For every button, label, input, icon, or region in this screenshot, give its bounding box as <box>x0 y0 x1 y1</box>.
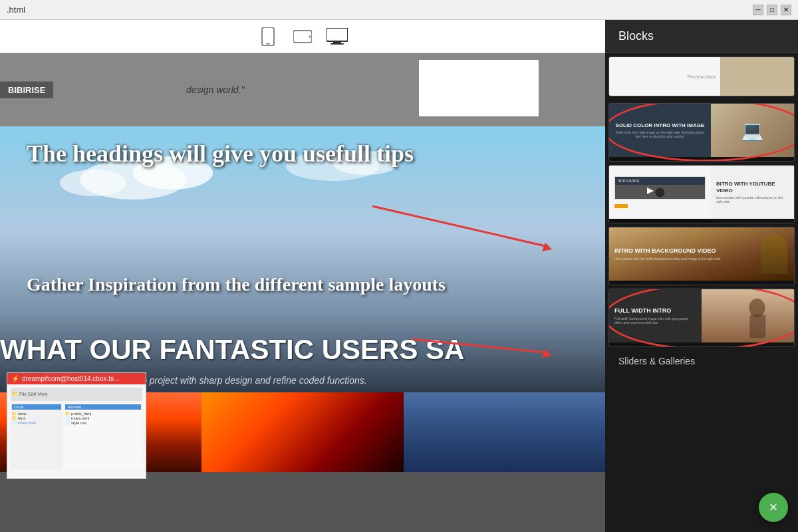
svg-rect-22 <box>749 315 765 338</box>
titlebar: .html ─ □ ✕ <box>0 0 798 20</box>
svg-rect-3 <box>309 35 311 38</box>
svg-rect-0 <box>262 27 274 46</box>
svg-rect-20 <box>702 289 794 342</box>
block-youtube-left: INTRO INTRO <box>609 166 711 219</box>
preview-top-section: BIBIRISE design world." <box>0 53 605 126</box>
design-world-quote: design world." <box>186 84 244 95</box>
block-solid-left: SOLID COLOR INTRO WITH IMAGE Solid color… <box>609 104 711 157</box>
block-solid-preview: SOLID COLOR INTRO WITH IMAGE Solid color… <box>609 104 794 157</box>
block-item-intro-bg-video[interactable]: INTRO WITH BACKGROUND VIDEO Intro sectio… <box>608 227 795 285</box>
gallery-item-3 <box>404 392 605 472</box>
window-controls[interactable]: ─ □ ✕ <box>753 5 791 15</box>
block-fullwidth-label-bar <box>609 342 794 346</box>
block-fullwidth-left: FULL WIDTH INTRO Full width background i… <box>609 302 702 330</box>
svg-point-21 <box>749 299 765 317</box>
heading-text-1: The headings will give you usefull tips <box>27 140 414 168</box>
block-youtube-content: INTRO INTRO <box>609 166 794 219</box>
sliders-galleries-label: Sliders & Galleries <box>608 350 795 369</box>
svg-rect-1 <box>266 43 270 45</box>
block-fullwidth-desc: Full width background image intro with t… <box>614 317 696 325</box>
chat-popup: ⚡ dreampifcom@host014.cbox.bi... 📁 File … <box>7 372 146 479</box>
svg-point-10 <box>60 170 126 196</box>
blocks-panel: Blocks Preview block SOLID COLOR INTRO W… <box>605 20 798 532</box>
block-solid-label-bar <box>609 157 794 161</box>
block-item-0-partial[interactable]: Preview block <box>608 57 795 96</box>
block-bgvideo-label-bar <box>609 281 794 285</box>
hero-section: The headings will give you usefull tips … <box>0 126 605 392</box>
block-bgvideo-content: INTRO WITH BACKGROUND VIDEO Intro sectio… <box>609 227 794 281</box>
laptop-icon: 💻 <box>741 120 764 142</box>
block-item-intro-youtube[interactable]: INTRO INTRO <box>608 165 795 223</box>
chat-popup-content: 📁 File Edit View Local 📁 www 📁 html 📄 in… <box>7 384 146 477</box>
block-solid-desc: Solid color intro with image on the righ… <box>614 130 706 138</box>
block-youtube-title: INTRO WITH YOUTUBE VIDEO <box>716 181 789 194</box>
content-area: BIBIRISE design world." <box>0 20 605 532</box>
block-youtube-mini-nav: INTRO INTRO <box>615 177 705 185</box>
block-fullwidth-content: FULL WIDTH INTRO Full width background i… <box>609 289 794 342</box>
block-youtube-right: INTRO WITH YOUTUBE VIDEO Intro section w… <box>711 166 794 219</box>
toolbar <box>0 20 605 53</box>
website-preview: BIBIRISE design world." <box>0 53 605 532</box>
what-users-text: WHAT OUR FANTASTIC USERS SA <box>0 334 464 366</box>
block-fullwidth-title: FULL WIDTH INTRO <box>614 307 696 315</box>
blocks-panel-title: Blocks <box>618 29 654 43</box>
title-filename: .html <box>7 5 25 15</box>
block-fullwidth-preview: FULL WIDTH INTRO Full width background i… <box>609 289 794 342</box>
block-solid-image: 💻 <box>711 104 794 157</box>
mobile-view-button[interactable] <box>257 26 279 47</box>
preview-white-box <box>419 60 539 116</box>
block-youtube-preview: INTRO INTRO <box>609 166 794 219</box>
svg-rect-6 <box>331 43 344 45</box>
svg-rect-2 <box>293 31 312 43</box>
block-item-solid-color-intro[interactable]: SOLID COLOR INTRO WITH IMAGE Solid color… <box>608 103 795 162</box>
maximize-button[interactable]: □ <box>767 5 777 15</box>
svg-rect-4 <box>327 28 348 41</box>
blocks-list: SOLID COLOR INTRO WITH IMAGE Solid color… <box>605 100 798 532</box>
block-youtube-btn <box>614 204 628 208</box>
chat-popup-header: ⚡ dreampifcom@host014.cbox.bi... <box>7 373 146 384</box>
block-youtube-label-bar <box>609 219 794 223</box>
desktop-view-button[interactable] <box>327 26 348 47</box>
block-youtube-mini-img <box>615 185 705 200</box>
gallery-item-2 <box>201 392 403 472</box>
close-button[interactable]: ✕ <box>781 5 791 15</box>
block-item-full-width-intro[interactable]: FULL WIDTH INTRO Full width background i… <box>608 289 795 347</box>
svg-point-18 <box>655 188 664 198</box>
block-solid-right: 💻 <box>711 104 794 157</box>
tablet-view-button[interactable] <box>292 26 313 47</box>
heading-text-2: Gather Inspiration from the different sa… <box>27 273 446 297</box>
close-button-round[interactable]: × <box>759 493 788 522</box>
chat-popup-title: dreampifcom@host014.cbox.bi... <box>22 375 119 382</box>
block-fullwidth-image <box>702 289 794 342</box>
bibirise-logo: BIBIRISE <box>0 82 53 98</box>
main-layout: BIBIRISE design world." <box>0 20 798 532</box>
block-youtube-mini-preview: INTRO INTRO <box>614 176 706 200</box>
block-bgvideo-person <box>761 234 787 274</box>
minimize-button[interactable]: ─ <box>753 5 763 15</box>
block-youtube-desc: Intro section with youtube video player … <box>716 196 789 203</box>
block-bgvideo-preview: INTRO WITH BACKGROUND VIDEO Intro sectio… <box>609 227 794 281</box>
blocks-panel-header: Blocks <box>605 20 798 53</box>
block-solid-title: SOLID COLOR INTRO WITH IMAGE <box>614 122 706 129</box>
